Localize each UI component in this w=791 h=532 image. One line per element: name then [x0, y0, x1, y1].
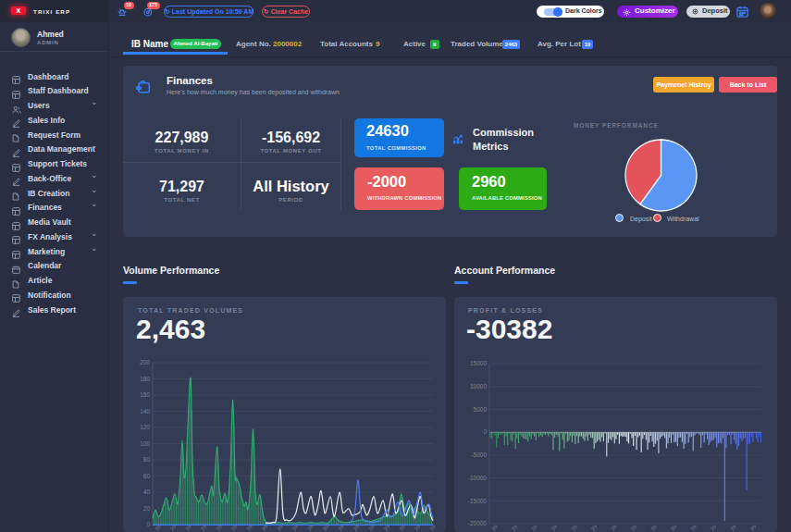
svg-text:20: 20 [511, 524, 519, 532]
svg-text:-5000: -5000 [471, 452, 487, 458]
svg-text:-20000: -20000 [468, 520, 488, 526]
svg-text:20: 20 [610, 524, 618, 532]
svg-text:20: 20 [570, 524, 578, 532]
svg-text:20: 20 [530, 524, 538, 532]
svg-text:20: 20 [490, 524, 499, 532]
svg-text:-15000: -15000 [468, 498, 488, 504]
svg-text:20: 20 [689, 524, 698, 532]
svg-text:20: 20 [729, 524, 737, 532]
svg-text:20: 20 [749, 524, 758, 532]
svg-text:20: 20 [630, 524, 638, 532]
svg-text:10000: 10000 [470, 383, 487, 390]
svg-text:15000: 15000 [470, 360, 487, 366]
svg-text:20: 20 [649, 524, 658, 532]
svg-text:-10000: -10000 [468, 475, 488, 481]
svg-text:20: 20 [710, 524, 718, 532]
svg-text:0: 0 [483, 428, 487, 435]
svg-text:20: 20 [550, 524, 559, 532]
svg-text:20: 20 [590, 524, 599, 532]
svg-text:20: 20 [670, 524, 678, 532]
svg-text:5000: 5000 [474, 406, 488, 413]
